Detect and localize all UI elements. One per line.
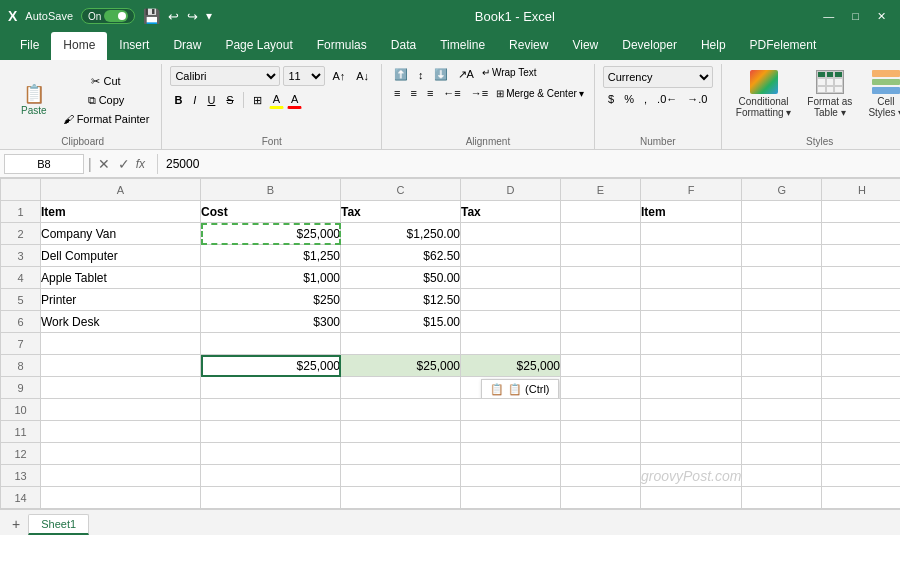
- cell-g9[interactable]: [742, 377, 822, 399]
- cell-c11[interactable]: [341, 421, 461, 443]
- name-box[interactable]: [4, 154, 84, 174]
- cell-e5[interactable]: [561, 289, 641, 311]
- cell-b1[interactable]: Cost: [201, 201, 341, 223]
- cell-f10[interactable]: [641, 399, 742, 421]
- cell-b14[interactable]: [201, 487, 341, 509]
- col-header-a[interactable]: A: [41, 179, 201, 201]
- row-header-5[interactable]: 5: [1, 289, 41, 311]
- cell-d8[interactable]: $25,000: [461, 355, 561, 377]
- autosave-badge[interactable]: On: [81, 8, 135, 24]
- font-name-select[interactable]: Calibri: [170, 66, 280, 86]
- cell-f9[interactable]: [641, 377, 742, 399]
- cell-a13[interactable]: [41, 465, 201, 487]
- save-icon[interactable]: 💾: [143, 8, 160, 24]
- minimize-button[interactable]: —: [817, 10, 840, 23]
- cell-c9[interactable]: [341, 377, 461, 399]
- align-left-button[interactable]: ≡: [390, 85, 404, 101]
- strikethrough-button[interactable]: S: [222, 92, 237, 108]
- row-header-2[interactable]: 2: [1, 223, 41, 245]
- wrap-text-button[interactable]: ↵ Wrap Text: [480, 66, 539, 79]
- col-header-g[interactable]: G: [742, 179, 822, 201]
- tab-developer[interactable]: Developer: [610, 32, 689, 60]
- cell-g1[interactable]: [742, 201, 822, 223]
- cell-f7[interactable]: [641, 333, 742, 355]
- comma-button[interactable]: ,: [640, 91, 651, 107]
- cell-c7[interactable]: [341, 333, 461, 355]
- cell-c3[interactable]: $62.50: [341, 245, 461, 267]
- align-middle-button[interactable]: ↕: [414, 66, 428, 83]
- cell-f14[interactable]: [641, 487, 742, 509]
- col-header-c[interactable]: C: [341, 179, 461, 201]
- cell-g3[interactable]: [742, 245, 822, 267]
- cell-a14[interactable]: [41, 487, 201, 509]
- cell-d10[interactable]: [461, 399, 561, 421]
- formula-input[interactable]: [166, 157, 896, 171]
- cell-b11[interactable]: [201, 421, 341, 443]
- cell-c1[interactable]: Tax: [341, 201, 461, 223]
- cell-f1[interactable]: Item: [641, 201, 742, 223]
- align-top-button[interactable]: ⬆️: [390, 66, 412, 83]
- col-header-d[interactable]: D: [461, 179, 561, 201]
- cell-h13[interactable]: [822, 465, 900, 487]
- cell-e12[interactable]: [561, 443, 641, 465]
- cell-b12[interactable]: [201, 443, 341, 465]
- cell-f5[interactable]: [641, 289, 742, 311]
- cell-g13[interactable]: [742, 465, 822, 487]
- row-header-11[interactable]: 11: [1, 421, 41, 443]
- cell-e11[interactable]: [561, 421, 641, 443]
- cell-b3[interactable]: $1,250: [201, 245, 341, 267]
- cell-g2[interactable]: [742, 223, 822, 245]
- cell-e3[interactable]: [561, 245, 641, 267]
- cell-e7[interactable]: [561, 333, 641, 355]
- cell-g10[interactable]: [742, 399, 822, 421]
- add-sheet-button[interactable]: +: [4, 513, 28, 535]
- cut-button[interactable]: ✂ Cut: [59, 73, 154, 90]
- close-button[interactable]: ✕: [871, 10, 892, 23]
- align-center-button[interactable]: ≡: [407, 85, 421, 101]
- cell-h8[interactable]: [822, 355, 900, 377]
- tab-draw[interactable]: Draw: [161, 32, 213, 60]
- cell-c13[interactable]: [341, 465, 461, 487]
- cell-d2[interactable]: [461, 223, 561, 245]
- cell-h2[interactable]: [822, 223, 900, 245]
- tab-help[interactable]: Help: [689, 32, 738, 60]
- cell-a2[interactable]: Company Van: [41, 223, 201, 245]
- cell-d9[interactable]: 📋 📋 (Ctrl): [461, 377, 561, 399]
- col-header-e[interactable]: E: [561, 179, 641, 201]
- cell-c5[interactable]: $12.50: [341, 289, 461, 311]
- cell-g8[interactable]: [742, 355, 822, 377]
- cell-b9[interactable]: [201, 377, 341, 399]
- cell-a4[interactable]: Apple Tablet: [41, 267, 201, 289]
- row-header-4[interactable]: 4: [1, 267, 41, 289]
- conditional-formatting-button[interactable]: ConditionalFormatting ▾: [730, 66, 798, 122]
- cell-f4[interactable]: [641, 267, 742, 289]
- col-header-h[interactable]: H: [822, 179, 900, 201]
- cell-g6[interactable]: [742, 311, 822, 333]
- cell-f8[interactable]: [641, 355, 742, 377]
- cell-d1[interactable]: Tax: [461, 201, 561, 223]
- format-painter-button[interactable]: 🖌 Format Painter: [59, 111, 154, 127]
- row-header-12[interactable]: 12: [1, 443, 41, 465]
- cell-h10[interactable]: [822, 399, 900, 421]
- cell-h6[interactable]: [822, 311, 900, 333]
- decrease-decimal-button[interactable]: .0←: [653, 91, 681, 107]
- dollar-button[interactable]: $: [604, 91, 618, 107]
- maximize-button[interactable]: □: [846, 10, 865, 23]
- cell-c8[interactable]: $25,000: [341, 355, 461, 377]
- cell-e9[interactable]: [561, 377, 641, 399]
- cell-c4[interactable]: $50.00: [341, 267, 461, 289]
- percent-button[interactable]: %: [620, 91, 638, 107]
- tab-timeline[interactable]: Timeline: [428, 32, 497, 60]
- cell-b13[interactable]: [201, 465, 341, 487]
- cell-h14[interactable]: [822, 487, 900, 509]
- text-angle-button[interactable]: ↗A: [454, 66, 478, 83]
- cell-f12[interactable]: [641, 443, 742, 465]
- cell-c6[interactable]: $15.00: [341, 311, 461, 333]
- cell-g5[interactable]: [742, 289, 822, 311]
- decrease-indent-button[interactable]: ←≡: [439, 85, 464, 101]
- cell-d11[interactable]: [461, 421, 561, 443]
- number-format-select[interactable]: Currency: [603, 66, 713, 88]
- cell-b5[interactable]: $250: [201, 289, 341, 311]
- cell-d5[interactable]: [461, 289, 561, 311]
- row-header-10[interactable]: 10: [1, 399, 41, 421]
